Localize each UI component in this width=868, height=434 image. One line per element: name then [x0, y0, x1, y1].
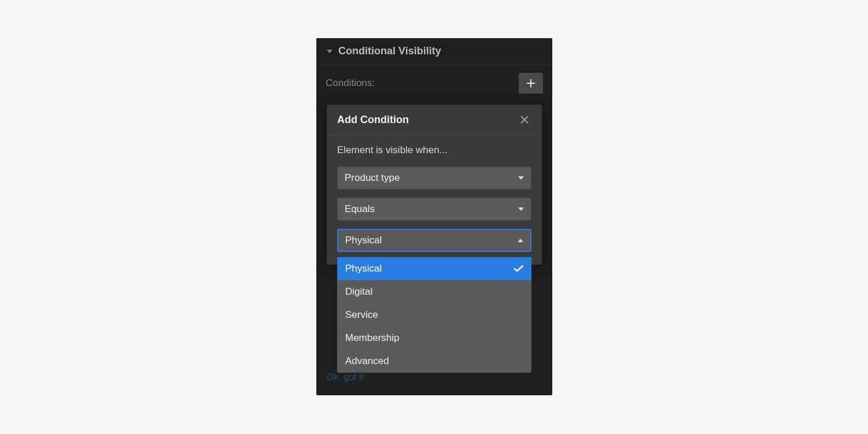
- value-select-value: Physical: [345, 235, 382, 246]
- value-select[interactable]: Physical: [337, 229, 531, 252]
- operator-select-value: Equals: [345, 203, 375, 215]
- operator-select[interactable]: Equals: [337, 198, 531, 221]
- modal-header: Add Condition: [327, 105, 542, 135]
- close-button[interactable]: [518, 113, 531, 127]
- option-label: Service: [345, 309, 378, 321]
- section-header[interactable]: Conditional Visibility: [316, 38, 552, 65]
- option-label: Physical: [345, 263, 382, 275]
- section-title: Conditional Visibility: [338, 45, 441, 57]
- add-condition-modal: Add Condition Element is visible when...…: [327, 105, 542, 265]
- dropdown-option[interactable]: Digital: [337, 280, 531, 303]
- add-condition-button[interactable]: [519, 73, 543, 94]
- chevron-down-icon: [518, 207, 524, 211]
- value-dropdown: PhysicalDigitalServiceMembershipAdvanced: [337, 257, 531, 373]
- conditions-label: Conditions:: [326, 77, 375, 89]
- dropdown-option[interactable]: Physical: [337, 257, 531, 280]
- conditional-visibility-panel: Conditional Visibility Conditions: Ok, g…: [316, 38, 552, 395]
- check-icon: [514, 265, 523, 272]
- dropdown-option[interactable]: Advanced: [337, 350, 531, 373]
- chevron-down-icon: [518, 176, 524, 180]
- option-label: Advanced: [345, 355, 389, 367]
- dropdown-option[interactable]: Service: [337, 303, 531, 327]
- modal-title: Add Condition: [337, 114, 409, 126]
- field-select[interactable]: Product type: [337, 166, 531, 190]
- option-label: Digital: [345, 286, 372, 298]
- modal-prompt: Element is visible when...: [337, 144, 531, 156]
- close-icon: [520, 113, 529, 127]
- field-select-value: Product type: [345, 172, 400, 184]
- modal-body: Element is visible when... Product type …: [327, 135, 542, 265]
- ok-got-it-link[interactable]: Ok, got it: [327, 372, 364, 383]
- chevron-up-icon: [518, 239, 523, 242]
- caret-down-icon: [327, 50, 333, 53]
- conditions-row: Conditions:: [316, 65, 552, 101]
- dropdown-option[interactable]: Membership: [337, 327, 531, 350]
- plus-icon: [527, 77, 535, 90]
- option-label: Membership: [345, 332, 400, 344]
